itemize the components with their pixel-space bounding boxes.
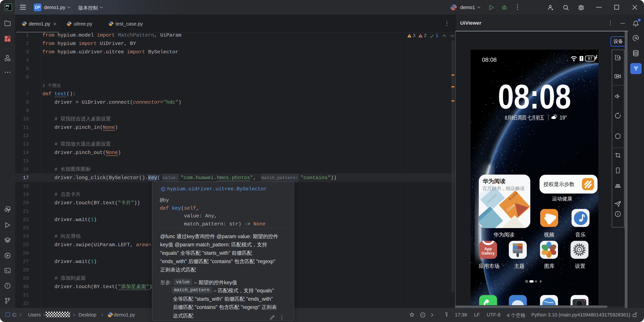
- svg-text:图库: 图库: [544, 263, 554, 269]
- svg-text:华为阅读: 华为阅读: [482, 178, 506, 184]
- svg-text:97: 97: [588, 56, 592, 61]
- svg-text:19°: 19°: [560, 114, 567, 120]
- svg-text:主题: 主题: [514, 263, 524, 269]
- svg-text:App: App: [484, 247, 492, 251]
- svg-text:设置: 设置: [575, 263, 585, 269]
- svg-text:视频: 视频: [544, 232, 554, 238]
- svg-text:Gallery: Gallery: [482, 251, 494, 256]
- svg-text:08:08: 08:08: [498, 78, 571, 116]
- svg-text:8月8日周四 七月初五: 8月8日周四 七月初五: [505, 114, 544, 121]
- svg-text:运动健康: 运动健康: [552, 196, 572, 202]
- svg-text:应用市场: 应用市场: [479, 263, 500, 269]
- svg-text:音乐: 音乐: [575, 232, 586, 238]
- svg-text:授权显示步数: 授权显示步数: [544, 181, 574, 187]
- svg-text:百万好书，精品畅读: 百万好书，精品畅读: [482, 186, 524, 191]
- svg-text:08:08: 08:08: [482, 56, 497, 63]
- svg-text:华为阅读: 华为阅读: [494, 232, 514, 238]
